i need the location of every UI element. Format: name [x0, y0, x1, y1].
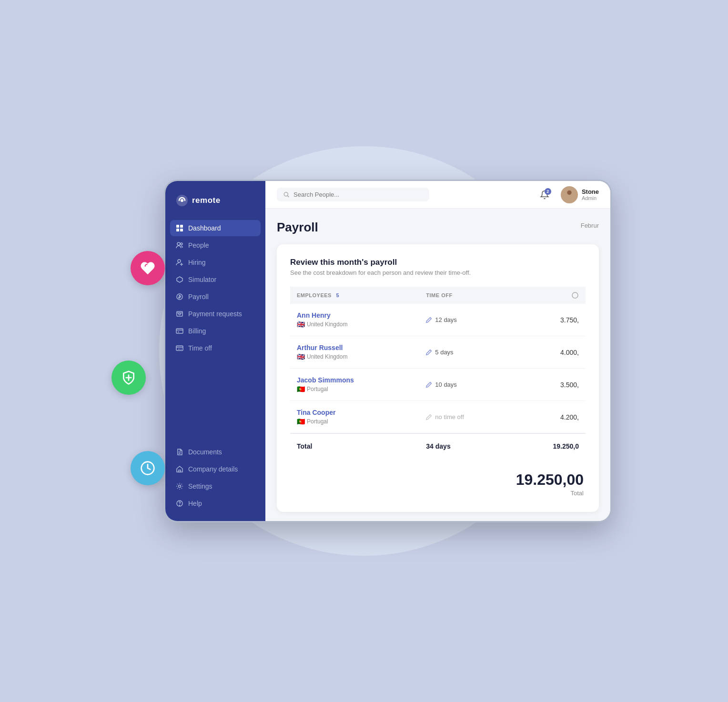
notification-button[interactable]: 2	[536, 186, 553, 203]
page-date: Februr	[581, 222, 599, 229]
svg-point-12	[178, 260, 181, 262]
employee-cell: Arthur Russell 🇬🇧 United Kingdom	[290, 336, 419, 369]
amount-cell: 4.200,	[514, 401, 586, 434]
table-row: Ann Henry 🇬🇧 United Kingdom 12 days 3.75…	[290, 304, 586, 336]
svg-point-36	[572, 292, 578, 298]
user-info: Stone Admin	[582, 188, 599, 201]
logo-text: remote	[192, 196, 221, 205]
col-cost-icon	[571, 291, 579, 299]
total-time-off: 34 days	[419, 433, 513, 458]
svg-rect-7	[180, 225, 183, 228]
user-avatar-button[interactable]: Stone Admin	[561, 186, 599, 203]
svg-point-0	[146, 266, 149, 269]
employee-country: 🇬🇧 United Kingdom	[297, 321, 413, 328]
logo: remote	[165, 194, 265, 220]
sidebar-item-label: Hiring	[188, 259, 206, 266]
page-content: Payroll Februr Review this month's payro…	[265, 209, 610, 521]
svg-point-10	[177, 242, 180, 245]
table-row: Arthur Russell 🇬🇧 United Kingdom 5 days …	[290, 336, 586, 369]
col-time-off: TIME OFF	[419, 287, 513, 304]
svg-point-11	[181, 243, 182, 245]
employee-name[interactable]: Jacob Simmmons	[297, 376, 413, 384]
sidebar-item-people[interactable]: People	[170, 237, 261, 253]
time-off-cell: 12 days	[419, 304, 513, 336]
time-off-value: no time off	[435, 413, 464, 421]
sidebar-item-simulator[interactable]: Simulator	[170, 271, 261, 288]
sidebar: remote Dashboard People	[165, 181, 265, 521]
floating-clock-icon	[131, 451, 165, 485]
svg-rect-29	[179, 470, 181, 472]
sidebar-item-label: Settings	[188, 482, 212, 490]
summary-amount: 19.250,00	[290, 471, 584, 489]
page-header: Payroll Februr	[277, 220, 599, 235]
time-off-cell: 10 days	[419, 369, 513, 401]
employee-cell: Tina Cooper 🇵🇹 Portugal	[290, 401, 419, 434]
svg-line-34	[287, 195, 289, 197]
floating-heart-icon	[131, 251, 165, 285]
sidebar-item-help[interactable]: Help	[170, 495, 261, 511]
employee-name[interactable]: Arthur Russell	[297, 344, 413, 351]
avatar	[561, 186, 578, 203]
flag-icon: 🇬🇧	[297, 321, 305, 328]
total-row: Total 34 days 19.250,0	[290, 433, 586, 458]
employee-cell: Ann Henry 🇬🇧 United Kingdom	[290, 304, 419, 336]
employee-name[interactable]: Tina Cooper	[297, 409, 413, 416]
table-row: Jacob Simmmons 🇵🇹 Portugal 10 days 3.500…	[290, 369, 586, 401]
edit-icon[interactable]	[426, 381, 432, 388]
page-title: Payroll	[277, 220, 318, 235]
sidebar-item-hiring[interactable]: Hiring	[170, 254, 261, 271]
sidebar-item-payroll[interactable]: Payroll	[170, 289, 261, 305]
header-right: 2 Stone Admin	[536, 186, 599, 203]
user-name: Stone	[582, 188, 599, 195]
employee-country: 🇬🇧 United Kingdom	[297, 353, 413, 361]
time-off-cell: no time off	[419, 401, 513, 434]
search-bar[interactable]	[277, 188, 429, 201]
amount-cell: 3.750,	[514, 304, 586, 336]
amount-cell: 3.500,	[514, 369, 586, 401]
edit-icon[interactable]	[426, 349, 432, 355]
laptop-frame: remote Dashboard People	[164, 180, 612, 522]
sidebar-item-time-off[interactable]: Time off	[170, 340, 261, 356]
sidebar-item-settings[interactable]: Settings	[170, 478, 261, 494]
svg-rect-9	[180, 229, 183, 231]
payroll-card: Review this month's payroll See the cost…	[277, 244, 599, 512]
search-input[interactable]	[293, 191, 423, 198]
summary-total: 19.250,00 Total	[290, 471, 586, 497]
svg-rect-23	[176, 346, 183, 351]
sidebar-item-documents[interactable]: Documents	[170, 444, 261, 460]
table-header-row: EMPLOYEES 5 TIME OFF	[290, 287, 586, 304]
sidebar-item-payment-requests[interactable]: Payment requests	[170, 306, 261, 322]
employee-cell: Jacob Simmmons 🇵🇹 Portugal	[290, 369, 419, 401]
summary-label: Total	[290, 490, 584, 497]
svg-point-5	[181, 199, 183, 202]
sidebar-item-company[interactable]: Company details	[170, 461, 261, 477]
sidebar-item-label: Documents	[188, 448, 222, 456]
sidebar-bottom: Documents Company details Settings Help	[165, 444, 265, 511]
edit-icon[interactable]	[426, 414, 432, 420]
employee-name[interactable]: Ann Henry	[297, 311, 413, 319]
flag-icon: 🇬🇧	[297, 353, 305, 361]
time-off-value: 5 days	[435, 349, 453, 356]
sidebar-item-label: Time off	[188, 344, 212, 352]
payroll-table: EMPLOYEES 5 TIME OFF	[290, 287, 586, 458]
time-off-cell: 5 days	[419, 336, 513, 369]
total-amount: 19.250,0	[514, 433, 586, 458]
svg-rect-20	[176, 329, 183, 333]
table-row: Tina Cooper 🇵🇹 Portugal no time off 4.20…	[290, 401, 586, 434]
floating-shield-icon	[111, 361, 146, 395]
svg-point-35	[567, 190, 571, 194]
sidebar-item-label: Help	[188, 500, 202, 507]
time-off-value: 10 days	[435, 381, 457, 388]
sidebar-item-dashboard[interactable]: Dashboard	[170, 220, 261, 236]
edit-icon[interactable]	[426, 317, 432, 323]
card-title: Review this month's payroll	[290, 258, 586, 267]
header: 2 Stone Admin	[265, 181, 610, 209]
flag-icon: 🇵🇹	[297, 385, 305, 393]
employee-country: 🇵🇹 Portugal	[297, 418, 413, 425]
sidebar-item-label: People	[188, 241, 209, 249]
total-label: Total	[290, 433, 419, 458]
employee-country: 🇵🇹 Portugal	[297, 385, 413, 393]
sidebar-item-billing[interactable]: Billing	[170, 323, 261, 339]
col-employees: EMPLOYEES 5	[290, 287, 419, 304]
svg-point-32	[180, 505, 180, 506]
